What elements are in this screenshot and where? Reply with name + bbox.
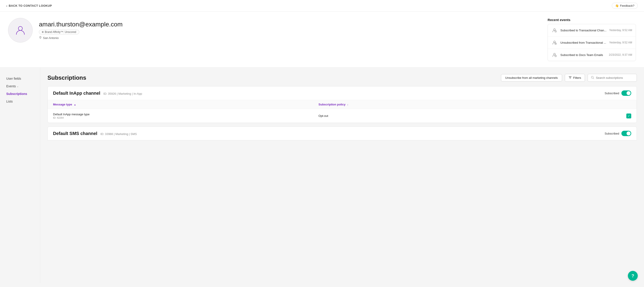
content-area: Subscriptions Unsubscribe from all marke…	[40, 68, 644, 283]
col-checkbox-header	[549, 100, 636, 109]
search-box	[588, 74, 637, 82]
location-text: San Antonio	[43, 36, 59, 40]
sort-asc-icon: ▲	[74, 103, 76, 106]
events-card: Subscribed to Transactional Chan... Yest…	[548, 24, 636, 61]
col-subscription-policy[interactable]: Subscription policy ↕	[313, 100, 549, 109]
feedback-button[interactable]: 👋 Feedback?	[612, 3, 638, 9]
event-time-0: Yesterday, 9:52 AM	[609, 29, 632, 32]
subscribed-label-sms: Subscribed	[604, 132, 619, 135]
filter-lines-icon	[568, 76, 572, 80]
event-time-2: 2/23/2022, 9:37 AM	[609, 53, 632, 56]
event-text-0: Subscribed to Transactional Chan...	[560, 29, 606, 32]
back-label: BACK TO CONTACT LOOKUP	[9, 4, 52, 8]
chevron-down-icon: ⌄	[17, 85, 18, 88]
channel-header-inapp: Default InApp channel ID: 35926 | Market…	[48, 86, 636, 100]
col-message-type[interactable]: Message type ▲	[48, 100, 313, 109]
subscribe-icon	[551, 27, 558, 33]
subscriptions-title: Subscriptions	[48, 74, 86, 81]
recent-events-panel: Recent events Subscribed to Transactiona…	[548, 18, 636, 61]
event-text-2: Subscribed to Docs Team Emails	[560, 53, 606, 57]
toggle-slider-sms	[622, 131, 631, 136]
top-bar: ‹ BACK TO CONTACT LOOKUP 👋 Feedback?	[0, 0, 644, 12]
profile-email: amari.thurston@example.com	[39, 21, 122, 28]
col-subscription-policy-label: Subscription policy	[318, 103, 346, 106]
channel-status-sms: Subscribed	[604, 131, 631, 136]
table-row: Default InApp message type ID: 42264 Opt…	[48, 109, 636, 123]
back-chevron-icon: ‹	[6, 4, 8, 8]
channel-title-group-sms: Default SMS channel ID: 33988 | Marketin…	[53, 131, 137, 136]
unsubscribe-icon	[551, 39, 558, 46]
checked-icon: ✓	[626, 114, 631, 118]
event-row: Subscribed to Docs Team Emails 2/23/2022…	[548, 49, 636, 61]
sidebar: User fields Events ⌄ Subscriptions Lists	[0, 68, 40, 283]
sidebar-item-events[interactable]: Events ⌄	[0, 82, 40, 90]
sidebar-label-events: Events	[6, 84, 16, 88]
event-row: Unsubscribed from Transactional ... Yest…	[548, 37, 636, 49]
message-type-cell: Default InApp message type ID: 42264	[48, 109, 313, 123]
sidebar-item-lists[interactable]: Lists	[0, 98, 40, 105]
channel-meta-sms: ID: 33988 | Marketing | SMS	[100, 132, 137, 136]
subscriptions-actions: Unsubscribe from all marketing channels …	[501, 74, 637, 82]
location-pin-icon	[39, 36, 42, 40]
search-icon	[591, 76, 594, 80]
help-button[interactable]: ?	[628, 271, 638, 281]
subscribed-toggle-inapp[interactable]	[622, 90, 631, 96]
channel-title-group: Default InApp channel ID: 35926 | Market…	[53, 91, 142, 96]
subscribe-icon-2	[551, 52, 558, 58]
avatar	[8, 18, 33, 43]
sidebar-item-user-fields[interactable]: User fields	[0, 75, 40, 82]
channel-status-inapp: Subscribed	[604, 90, 631, 96]
help-question-icon: ?	[632, 273, 634, 278]
profile-info: amari.thurston@example.com Brand Affinit…	[39, 21, 122, 40]
channel-card-inapp: Default InApp channel ID: 35926 | Market…	[48, 86, 637, 123]
profile-left: amari.thurston@example.com Brand Affinit…	[8, 18, 122, 43]
sidebar-label-user-fields: User fields	[6, 77, 21, 80]
channel-title-sms: Default SMS channel	[53, 131, 97, 136]
feedback-label: Feedback?	[620, 4, 634, 8]
message-type-id: ID: 42264	[53, 116, 308, 119]
svg-line-12	[593, 78, 594, 79]
toggle-slider-inapp	[622, 90, 631, 96]
sidebar-label-subscriptions: Subscriptions	[6, 92, 27, 96]
profile-section: amari.thurston@example.com Brand Affinit…	[0, 12, 644, 68]
channel-meta-inapp: ID: 35926 | Marketing | In-App	[104, 92, 142, 95]
message-type-name: Default InApp message type	[53, 113, 308, 116]
sidebar-label-lists: Lists	[6, 100, 13, 103]
subscriptions-header: Subscriptions Unsubscribe from all marke…	[48, 74, 637, 82]
profile-location: San Antonio	[39, 36, 122, 40]
subscribed-toggle-sms[interactable]	[622, 131, 631, 136]
event-time-1: Yesterday, 9:52 AM	[609, 41, 632, 44]
filters-label: Filters	[573, 76, 581, 80]
sidebar-item-subscriptions[interactable]: Subscriptions	[0, 90, 40, 98]
filters-button[interactable]: Filters	[565, 74, 585, 82]
badge-dot-icon	[42, 31, 44, 33]
main-content: User fields Events ⌄ Subscriptions Lists…	[0, 68, 644, 283]
col-message-type-label: Message type	[53, 103, 72, 106]
sort-updown-icon: ↕	[347, 103, 348, 106]
recent-events-title: Recent events	[548, 18, 636, 22]
search-subscriptions-input[interactable]	[596, 76, 634, 80]
profile-badges: Brand Affinity™: Unscored	[39, 30, 122, 34]
subscribed-label-inapp: Subscribed	[604, 92, 619, 95]
channel-table-inapp: Message type ▲ Subscription policy ↕ De	[48, 100, 636, 123]
checkbox-cell: ✓	[549, 109, 636, 123]
user-icon	[14, 24, 26, 37]
svg-point-1	[40, 37, 40, 37]
table-header-row: Message type ▲ Subscription policy ↕	[48, 100, 636, 109]
channel-card-sms: Default SMS channel ID: 33988 | Marketin…	[48, 127, 637, 140]
policy-cell: Opt-out	[313, 109, 549, 123]
channel-title-inapp: Default InApp channel	[53, 91, 100, 96]
brand-affinity-badge: Brand Affinity™: Unscored	[39, 30, 79, 34]
feedback-emoji: 👋	[615, 4, 619, 8]
unsubscribe-all-button[interactable]: Unsubscribe from all marketing channels	[501, 74, 562, 82]
brand-affinity-label: Brand Affinity™: Unscored	[45, 31, 76, 34]
channel-header-sms: Default SMS channel ID: 33988 | Marketin…	[48, 127, 636, 140]
back-to-contact-lookup-link[interactable]: ‹ BACK TO CONTACT LOOKUP	[6, 4, 52, 8]
event-text-1: Unsubscribed from Transactional ...	[560, 41, 606, 44]
svg-point-0	[18, 27, 22, 31]
event-row: Subscribed to Transactional Chan... Yest…	[548, 24, 636, 37]
